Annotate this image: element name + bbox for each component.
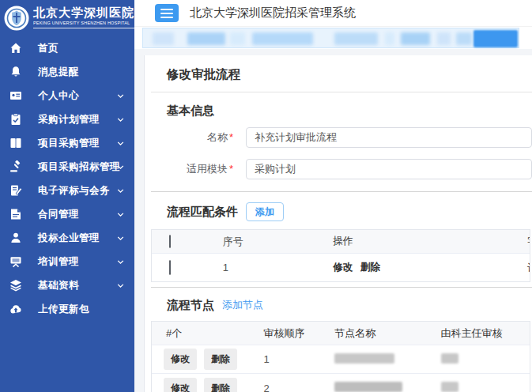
sidebar-item-label: 个人中心 — [38, 89, 79, 103]
section-basic-info-title: 基本信息 — [167, 104, 532, 119]
layers-icon — [9, 279, 22, 292]
hospital-emblem-icon — [4, 6, 29, 31]
main-area: 北京大学深圳医院招采管理系统 修改审批流程 基本信息 名称* — [134, 0, 532, 392]
blurred-tab[interactable] — [153, 32, 174, 45]
section-match-conditions-title: 流程匹配条件 — [167, 205, 238, 220]
hospital-logo: 北京大学深圳医院 PEKING UNIVERSITY SHENZHEN HOSP… — [0, 0, 134, 35]
col-header-count: #个 — [152, 326, 249, 341]
required-asterisk: * — [229, 131, 233, 143]
blurred-tab[interactable] — [230, 32, 245, 45]
id-card-icon — [9, 89, 22, 102]
sidebar-item-personal-center[interactable]: 个人中心 — [0, 84, 134, 107]
blurred-node-name — [334, 353, 394, 364]
contract-icon — [9, 208, 22, 220]
book-icon — [9, 137, 22, 149]
sidebar-item-bidder-enterprise-mgmt[interactable]: 投标企业管理 — [0, 226, 134, 250]
breadcrumb-tab-strip — [142, 28, 519, 48]
sidebar-item-label: 培训管理 — [38, 255, 79, 269]
process-nodes-header: 流程节点 添加节点 — [167, 296, 532, 315]
col-header-actions: 操作 — [317, 235, 514, 248]
col-header-clipped: 字 — [514, 235, 530, 249]
select-all-checkbox[interactable] — [169, 235, 171, 248]
blurred-tab[interactable] — [401, 32, 430, 45]
process-nodes-table: #个 审核顺序 节点名称 由科主任审核 修改 删除 1 修改 — [151, 321, 530, 392]
blurred-tab[interactable] — [437, 32, 451, 45]
sidebar-item-label: 项目采购招标管理 — [38, 160, 120, 174]
blurred-tab[interactable] — [187, 32, 225, 45]
table-row: 修改 删除 1 — [152, 345, 530, 374]
blurred-tab[interactable] — [334, 32, 378, 45]
home-icon — [9, 42, 22, 55]
chevron-down-icon — [116, 139, 125, 148]
section-process-nodes-title: 流程节点 — [167, 298, 214, 313]
sidebar-menu: 首页 消息提醒 个人中心 采购计划管理 项目采购管理 — [0, 36, 134, 321]
edit-doc-icon — [9, 184, 22, 197]
active-tab[interactable] — [474, 30, 518, 47]
applicable-module-input[interactable] — [246, 159, 532, 179]
cell-order: 2 — [249, 383, 320, 392]
app-window: 北京大学深圳医院 PEKING UNIVERSITY SHENZHEN HOSP… — [0, 0, 532, 392]
chevron-down-icon — [116, 115, 125, 124]
system-title: 北京大学深圳医院招采管理系统 — [190, 6, 356, 21]
add-condition-button[interactable]: 添加 — [246, 202, 284, 221]
blurred-reviewer-value — [441, 382, 458, 392]
sidebar-item-label: 消息提醒 — [38, 66, 79, 79]
chevron-down-icon — [116, 92, 125, 100]
top-header: 北京大学深圳医院招采管理系统 — [134, 0, 532, 27]
chevron-down-icon — [116, 187, 125, 195]
divider — [151, 92, 532, 92]
hospital-name: 北京大学深圳医院 — [33, 7, 134, 19]
chevron-down-icon — [116, 163, 125, 172]
delete-button[interactable]: 删除 — [204, 378, 237, 392]
name-field-label: 名称 — [207, 131, 228, 143]
match-conditions-header: 流程匹配条件 添加 — [167, 202, 532, 221]
row-checkbox[interactable] — [169, 260, 171, 275]
sidebar-item-label: 投标企业管理 — [38, 232, 100, 245]
modify-button[interactable]: 修改 — [164, 378, 197, 392]
sidebar-item-label: 采购计划管理 — [38, 113, 100, 126]
cloud-upload-icon — [9, 303, 22, 315]
table-header-row: #个 审核顺序 节点名称 由科主任审核 — [152, 322, 530, 345]
sidebar-item-training-mgmt[interactable]: 培训管理 — [0, 250, 134, 273]
training-icon — [9, 255, 22, 268]
blurred-tab[interactable] — [456, 32, 472, 45]
hospital-name-en: PEKING UNIVERSITY SHENZHEN HOSPITAL — [33, 21, 134, 28]
chevron-down-icon — [116, 281, 125, 290]
sidebar-item-messages[interactable]: 消息提醒 — [0, 60, 134, 84]
bell-icon — [9, 66, 22, 78]
sidebar-item-label: 项目采购管理 — [38, 137, 100, 150]
divider — [151, 191, 532, 192]
blurred-tab[interactable] — [385, 32, 394, 45]
sidebar-item-home[interactable]: 首页 — [0, 36, 134, 60]
sidebar-item-label: 上传更新包 — [38, 303, 89, 316]
module-field-label: 适用模块 — [187, 163, 228, 175]
modify-button[interactable]: 修改 — [164, 349, 197, 370]
delete-action[interactable]: 删除 — [360, 262, 380, 273]
table-row: 1 修改 删除 计 — [152, 254, 530, 281]
delete-button[interactable]: 删除 — [204, 349, 237, 370]
tab-strip-zone — [134, 27, 532, 49]
blurred-reviewer-value — [441, 353, 458, 364]
col-header-order: 审核顺序 — [249, 326, 320, 341]
cell-index: 1 — [207, 262, 317, 273]
sidebar: 北京大学深圳医院 PEKING UNIVERSITY SHENZHEN HOSP… — [0, 0, 134, 392]
table-row: 修改 删除 2 — [152, 374, 530, 392]
sidebar-item-basic-data[interactable]: 基础资料 — [0, 273, 134, 297]
sidebar-item-e-evaluation[interactable]: 电子评标与会务 — [0, 179, 134, 202]
blurred-tab[interactable] — [252, 32, 313, 45]
sidebar-item-purchase-plan-mgmt[interactable]: 采购计划管理 — [0, 107, 134, 131]
add-node-link[interactable]: 添加节点 — [222, 298, 263, 312]
sidebar-item-upload-update-package[interactable]: 上传更新包 — [0, 297, 134, 321]
sidebar-item-contract-mgmt[interactable]: 合同管理 — [0, 202, 134, 226]
divider — [151, 287, 532, 288]
blurred-node-name — [334, 382, 402, 392]
name-input[interactable] — [246, 127, 532, 148]
sidebar-item-project-purchase-mgmt[interactable]: 项目采购管理 — [0, 131, 134, 155]
chevron-down-icon — [116, 234, 125, 243]
menu-toggle-button[interactable] — [155, 4, 179, 22]
modify-action[interactable]: 修改 — [333, 262, 353, 273]
clipboard-icon — [9, 113, 22, 126]
form-row-name: 名称* — [151, 127, 532, 148]
sidebar-item-project-bidding-mgmt[interactable]: 项目采购招标管理 — [0, 155, 134, 179]
col-header-index: 序号 — [207, 235, 317, 249]
